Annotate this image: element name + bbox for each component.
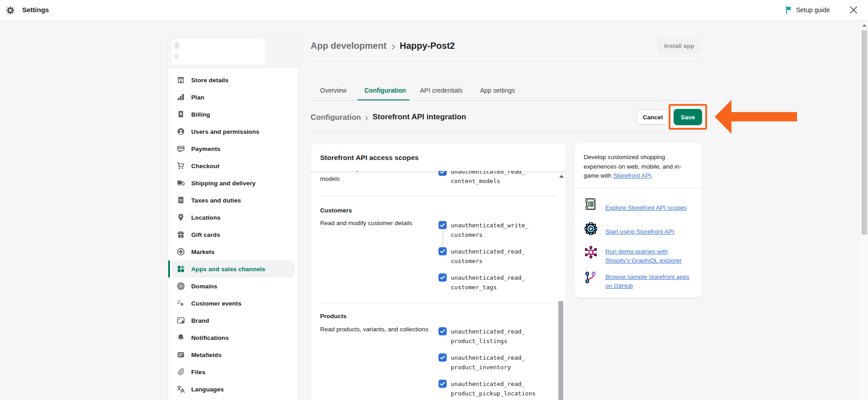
sidebar-item-label: Shipping and delivery — [191, 180, 255, 187]
section-divider — [320, 196, 557, 196]
sidebar-item-billing[interactable]: $ Billing — [172, 106, 295, 123]
sidebar-item-users-and-permissions[interactable]: Users and permissions — [172, 123, 295, 140]
card-scrollbar-thumb[interactable] — [558, 301, 563, 400]
sidebar-item-metafields[interactable]: Metafields — [172, 346, 295, 363]
header-divider — [311, 61, 701, 61]
cancel-button[interactable]: Cancel — [637, 109, 669, 125]
sidebar-item-gift-cards[interactable]: Gift cards — [172, 226, 295, 243]
tab-api-credentials[interactable]: API credentials — [420, 87, 462, 94]
info-link[interactable]: Run demo queries withShopify’s GraphiQL … — [605, 247, 682, 265]
sidebar-item-files[interactable]: Files — [172, 363, 295, 381]
breadcrumb-app-development[interactable]: App development — [311, 41, 387, 51]
gift-icon — [176, 230, 185, 239]
scrollbar-up-arrow-icon[interactable] — [862, 24, 867, 27]
breadcrumb-configuration[interactable]: Configuration — [311, 113, 361, 122]
page-title: Settings — [22, 6, 49, 14]
sidebar-item-label: Markets — [191, 249, 215, 255]
checkbox-checked[interactable] — [439, 327, 447, 335]
setup-guide-flag-icon — [785, 6, 793, 14]
sidebar-item-apps-and-sales-channels[interactable]: Apps and sales channels — [172, 260, 295, 278]
scope-row: unauthenticated_read_product_listings — [439, 327, 525, 346]
store-icon — [176, 75, 185, 85]
location-pin-icon — [176, 213, 185, 222]
info-link[interactable]: Browse sample storefront appson GitHub — [605, 273, 689, 290]
checkout-cart-icon — [176, 161, 185, 170]
sidebar-item-label: Checkout — [191, 163, 219, 169]
scope-row: unauthenticated_write_customers — [439, 221, 528, 240]
sidebar-item-payments[interactable]: Payments — [172, 140, 295, 157]
tab-configuration[interactable]: Configuration — [364, 87, 406, 94]
sidebar-item-checkout[interactable]: Checkout — [172, 157, 295, 174]
domains-globe-icon — [176, 282, 185, 291]
sidebar-item-label: Domains — [191, 283, 217, 290]
gear-icon — [584, 222, 598, 235]
page-scrollbar[interactable] — [860, 21, 868, 400]
scope-row: unauthenticated_read_product_pickup_loca… — [439, 379, 536, 398]
subheader-divider — [311, 132, 701, 132]
checkbox-checked[interactable] — [439, 380, 447, 388]
sidebar-item-markets[interactable]: Markets — [172, 243, 295, 260]
sidebar-item-label: Billing — [191, 111, 210, 118]
section-description: Read and modify customer details — [320, 220, 412, 227]
sidebar-item-label: Users and permissions — [191, 128, 259, 135]
section-description: Read products, variants, and collections — [320, 326, 428, 333]
apps-icon — [176, 264, 185, 273]
setup-guide-label[interactable]: Setup guide — [796, 6, 830, 14]
payments-icon — [176, 144, 185, 153]
sidebar-item-brand[interactable]: Brand — [172, 312, 295, 329]
save-button[interactable]: Save — [674, 109, 702, 125]
sidebar-item-label: Notifications — [191, 334, 229, 341]
checkbox-checked[interactable] — [439, 353, 447, 362]
sidebar-item-shipping-and-delivery[interactable]: Shipping and delivery — [172, 174, 295, 192]
close-icon[interactable] — [848, 5, 859, 15]
section-heading: Customers — [320, 207, 352, 214]
scope-desc-visible: models — [320, 174, 340, 184]
brand-icon — [176, 316, 185, 325]
customer-events-icon — [176, 299, 185, 308]
scope-row: unauthenticated_read_product_inventory — [439, 353, 525, 372]
molecule-icon — [584, 245, 598, 259]
scopes-scroll-area[interactable]: Read metaobjects and content models unau… — [311, 171, 566, 400]
sidebar-item-domains[interactable]: Domains — [172, 278, 295, 295]
sidebar-item-label: Apps and sales channels — [191, 266, 265, 273]
page-scrollbar-thumb[interactable] — [862, 30, 867, 235]
tab-app-settings[interactable]: App settings — [480, 87, 515, 94]
sidebar-item-label: Files — [191, 369, 205, 376]
tabs-divider — [311, 100, 701, 101]
install-app-button[interactable]: Install app — [657, 38, 701, 53]
scope-name: unauthenticated_read_product_inventory — [451, 353, 525, 372]
section-heading: Products — [320, 313, 347, 320]
plan-icon — [176, 93, 185, 102]
storefront-api-link[interactable]: Storefront API — [613, 172, 651, 179]
sidebar-item-label: Metafields — [191, 352, 222, 358]
sidebar-item-store-details[interactable]: Store details — [172, 71, 295, 89]
sidebar-item-customer-events[interactable]: Customer events — [172, 295, 295, 312]
sidebar-item-label: Brand — [191, 317, 209, 324]
files-paperclip-icon — [176, 367, 185, 376]
subpage-title: Storefront API integration — [373, 113, 466, 122]
chevron-right-icon — [363, 115, 369, 121]
sidebar-item-locations[interactable]: Locations — [172, 209, 295, 226]
checkbox-checked[interactable] — [439, 247, 447, 255]
scope-name: unauthenticated_read_product_listings — [451, 327, 525, 346]
tab-overview[interactable]: Overview — [320, 87, 346, 94]
sidebar-item-taxes-and-duties[interactable]: Taxes and duties — [172, 192, 295, 209]
checkbox-checked[interactable] — [439, 273, 447, 282]
taxes-icon — [176, 196, 185, 205]
info-link[interactable]: Explore Storefront API scopes — [605, 203, 687, 212]
users-icon — [176, 127, 185, 136]
checkbox-checked[interactable] — [439, 221, 447, 229]
annotation-arrow — [713, 99, 798, 137]
info-link[interactable]: Start using Storefront API — [605, 227, 674, 236]
shipping-truck-icon — [176, 179, 185, 188]
settings-menu: Store details Plan $ Billing Users and p… — [168, 68, 298, 398]
sidebar-item-label: Languages — [191, 386, 224, 393]
sidebar-item-plan[interactable]: Plan — [172, 89, 295, 106]
sidebar-item-label: Customer events — [191, 300, 241, 307]
info-link-row: Explore Storefront API scopes — [584, 198, 687, 212]
scope-name: unauthenticated_read_product_pickup_loca… — [451, 379, 536, 398]
info-link-row: Run demo queries withShopify’s GraphiQL … — [584, 245, 682, 265]
sidebar-item-languages[interactable]: Languages — [172, 381, 295, 398]
sidebar-item-notifications[interactable]: Notifications — [172, 329, 295, 346]
card-scrollbar-up-arrow-icon[interactable] — [559, 175, 564, 178]
